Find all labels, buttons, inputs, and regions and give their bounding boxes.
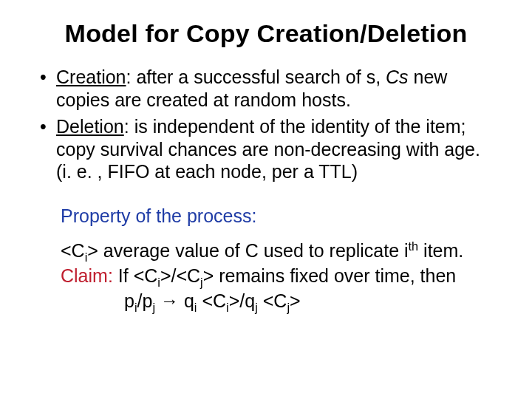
c2c: q — [184, 290, 194, 311]
c2-arrow: → — [155, 290, 184, 311]
lower-block: Property of the process: <Ci> average va… — [38, 204, 494, 314]
creation-text-a: : after a successful search of s, — [126, 66, 386, 87]
c2b: /p — [137, 290, 153, 311]
claim-p1: If <C — [113, 265, 157, 286]
creation-head: Creation — [56, 66, 126, 87]
bullet-creation: Creation: after a successful search of s… — [38, 66, 494, 111]
claim-p3: > remains fixed over time, then — [203, 265, 457, 286]
c2d: <C — [197, 290, 226, 311]
avg-mid: average value of C used to replicate i — [98, 240, 409, 261]
bullet-deletion: Deletion: is independent of the identity… — [38, 115, 494, 183]
avg-line: <Ci> average value of C used to replicat… — [61, 239, 494, 264]
claim-block: Claim: If <Ci>/<Cj> remains fixed over t… — [61, 264, 494, 314]
creation-cs: Cs — [386, 66, 409, 87]
avg-end: item. — [418, 240, 463, 261]
avg-th: th — [409, 239, 419, 253]
property-label: Property of the process: — [61, 204, 494, 229]
deletion-head: Deletion — [56, 116, 124, 137]
claim-line2: pi/pj → qi <Ci>/qj <Cj> — [61, 289, 494, 314]
c2e: >/q — [229, 290, 255, 311]
claim-p2: >/<C — [160, 265, 200, 286]
slide: Model for Copy Creation/Deletion Creatio… — [0, 0, 532, 399]
c2a: p — [124, 290, 134, 311]
c2f: <C — [258, 290, 287, 311]
slide-title: Model for Copy Creation/Deletion — [38, 19, 494, 48]
bullet-list: Creation: after a successful search of s… — [38, 66, 494, 183]
c2g: > — [290, 290, 301, 311]
avg-close: > — [87, 240, 98, 261]
claim-label: Claim: — [61, 265, 113, 286]
avg-open: <C — [61, 240, 85, 261]
